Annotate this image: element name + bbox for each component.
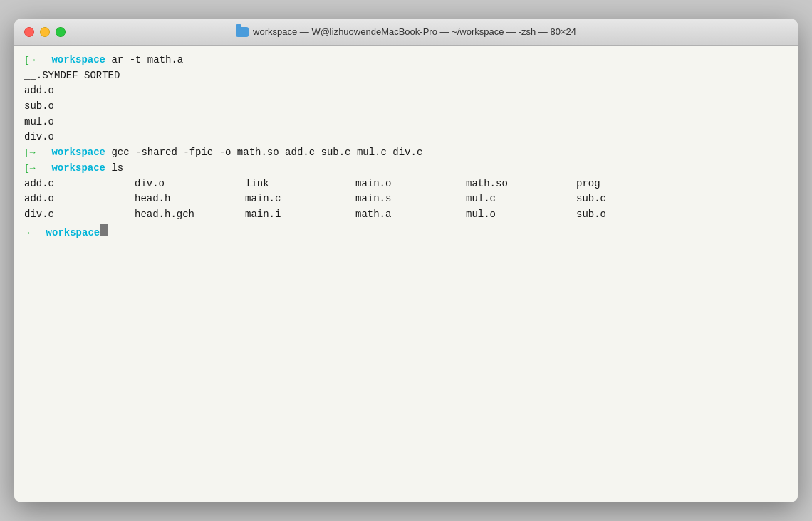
ls-output: add.c div.o link main.o math.so prog add… bbox=[24, 177, 788, 223]
terminal-line-1: [→ workspace ar -t math.a bbox=[24, 53, 788, 68]
ls-cell-mul-o: mul.o bbox=[466, 207, 576, 223]
ls-cell-main-o: main.o bbox=[355, 177, 466, 192]
title-bar-center: workspace — W@lizhuowendeMacBook-Pro — ~… bbox=[236, 26, 576, 37]
terminal-window: workspace — W@lizhuowendeMacBook-Pro — ~… bbox=[14, 19, 798, 502]
prompt-arrow-2: [→ bbox=[24, 146, 36, 160]
prompt-dir-2: workspace bbox=[40, 145, 105, 161]
ls-cell-mul-c: mul.c bbox=[466, 191, 576, 207]
ls-cell-add-c: add.c bbox=[24, 177, 135, 192]
prompt-dir-3: workspace bbox=[40, 161, 105, 177]
terminal-line-final: → workspace bbox=[24, 224, 788, 241]
ls-cell-main-s: main.s bbox=[355, 191, 466, 207]
close-button[interactable] bbox=[24, 27, 34, 37]
prompt-arrow-3: [→ bbox=[24, 162, 36, 176]
ls-cell-add-o: add.o bbox=[24, 191, 135, 207]
ls-cell-link: link bbox=[245, 177, 355, 192]
title-bar: workspace — W@lizhuowendeMacBook-Pro — ~… bbox=[14, 19, 798, 46]
output-divo: div.o bbox=[24, 130, 788, 145]
output-subo: sub.o bbox=[24, 99, 788, 115]
output-symdef: __.SYMDEF SORTED bbox=[24, 68, 788, 84]
terminal-body[interactable]: [→ workspace ar -t math.a __.SYMDEF SORT… bbox=[14, 46, 798, 502]
prompt-cmd-3: ls bbox=[105, 161, 123, 177]
prompt-arrow: [→ bbox=[24, 53, 36, 68]
ls-cell-sub-o: sub.o bbox=[576, 207, 687, 223]
folder-icon bbox=[236, 27, 249, 37]
prompt-dir-final: workspace bbox=[34, 226, 100, 241]
minimize-button[interactable] bbox=[40, 27, 50, 37]
output-addo: add.o bbox=[24, 83, 788, 99]
prompt-dir: workspace bbox=[40, 53, 105, 68]
window-title: workspace — W@lizhuowendeMacBook-Pro — ~… bbox=[253, 26, 576, 37]
ls-cell-div-c: div.c bbox=[24, 207, 135, 223]
maximize-button[interactable] bbox=[56, 27, 66, 37]
ls-cell-sub-c: sub.c bbox=[576, 191, 687, 207]
traffic-lights bbox=[24, 27, 66, 37]
ls-cell-div-o: div.o bbox=[135, 177, 245, 192]
ls-cell-main-c: main.c bbox=[245, 191, 355, 207]
ls-cell-main-i: main.i bbox=[245, 207, 355, 223]
ls-cell-head-h: head.h bbox=[135, 191, 245, 207]
terminal-line-2: [→ workspace gcc -shared -fpic -o math.s… bbox=[24, 145, 788, 161]
prompt-cmd-2: gcc -shared -fpic -o math.so add.c sub.c… bbox=[105, 145, 422, 161]
cursor bbox=[100, 224, 108, 236]
ls-cell-math-a: math.a bbox=[355, 207, 466, 223]
ls-cell-head-h-gch: head.h.gch bbox=[135, 207, 245, 223]
prompt-cmd: ar -t math.a bbox=[105, 53, 183, 68]
prompt-arrow-final: → bbox=[24, 226, 30, 241]
ls-cell-prog: prog bbox=[576, 177, 687, 192]
ls-cell-math-so: math.so bbox=[466, 177, 576, 192]
output-mulo: mul.o bbox=[24, 115, 788, 130]
terminal-line-3: [→ workspace ls bbox=[24, 161, 788, 177]
